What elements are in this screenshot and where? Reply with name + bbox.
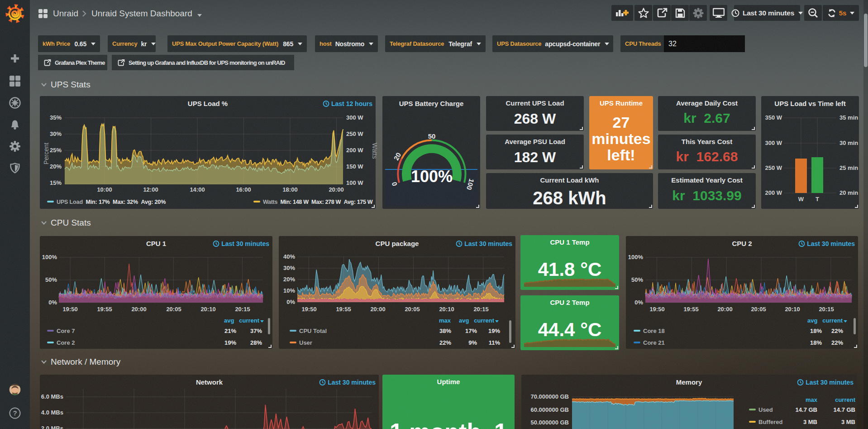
svg-text:0: 0: [390, 181, 399, 187]
svg-text:50: 50: [428, 132, 436, 140]
svg-text:100: 100: [465, 178, 476, 191]
svg-text:100%: 100%: [411, 167, 453, 186]
svg-text:?: ?: [13, 409, 17, 417]
